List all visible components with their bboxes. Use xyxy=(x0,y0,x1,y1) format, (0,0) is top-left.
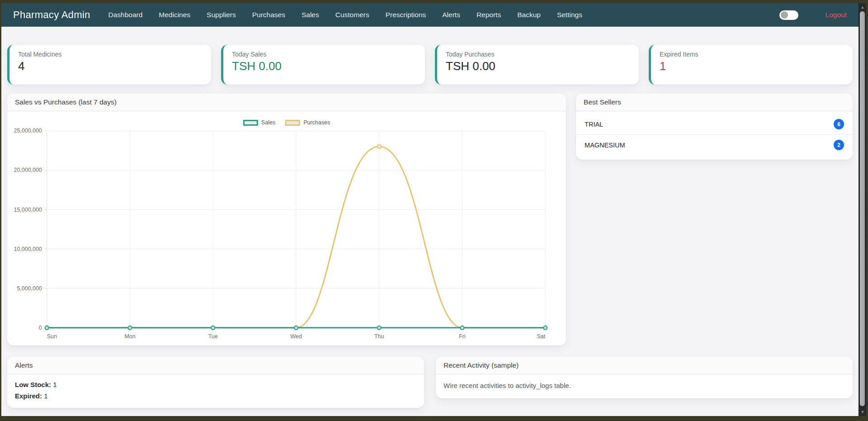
scroll-down-arrow-icon[interactable]: ▼ xyxy=(859,408,866,416)
svg-text:15,000,000: 15,000,000 xyxy=(14,206,42,213)
alerts-card: Alerts Low Stock: 1Expired: 1 xyxy=(7,357,424,408)
alerts-title: Alerts xyxy=(7,357,424,374)
recent-activity-title: Recent Activity (sample) xyxy=(436,357,853,374)
svg-text:Wed: Wed xyxy=(290,332,302,339)
chart-card-title: Sales vs Purchases (last 7 days) xyxy=(7,94,566,111)
nav-items: DashboardMedicinesSuppliersPurchasesSale… xyxy=(108,11,582,19)
best-seller-row: TRIAL6 xyxy=(576,114,852,134)
stat-label: Total Medicines xyxy=(18,51,203,58)
scrollbar-thumb[interactable] xyxy=(860,11,865,406)
chart-body: SalesPurchases 05,000,00010,000,00015,00… xyxy=(7,111,566,345)
legend-item-sales[interactable]: Sales xyxy=(243,119,275,126)
stats-row: Total Medicines4Today SalesTSH 0.00Today… xyxy=(7,45,853,85)
navbar-right: Logout xyxy=(779,10,847,20)
svg-text:Sun: Sun xyxy=(47,332,57,339)
window-frame: Pharmacy Admin DashboardMedicinesSupplie… xyxy=(1,3,866,416)
navbar: Pharmacy Admin DashboardMedicinesSupplie… xyxy=(1,3,859,27)
nav-item-prescriptions[interactable]: Prescriptions xyxy=(386,11,426,19)
stat-value: 4 xyxy=(18,59,203,73)
stat-card-today-sales: Today SalesTSH 0.00 xyxy=(221,45,425,85)
nav-item-purchases[interactable]: Purchases xyxy=(252,11,285,19)
svg-text:0: 0 xyxy=(39,324,42,331)
best-seller-count-badge: 6 xyxy=(834,119,844,129)
svg-text:5,000,000: 5,000,000 xyxy=(17,285,42,292)
stat-card-today-purchases: Today PurchasesTSH 0.00 xyxy=(435,45,639,85)
chart-legend: SalesPurchases xyxy=(243,119,330,126)
svg-text:25,000,000: 25,000,000 xyxy=(14,127,42,134)
bottom-row: Alerts Low Stock: 1Expired: 1 Recent Act… xyxy=(7,357,853,408)
nav-item-suppliers[interactable]: Suppliers xyxy=(207,11,236,19)
app-root: Pharmacy Admin DashboardMedicinesSupplie… xyxy=(1,3,859,416)
brand[interactable]: Pharmacy Admin xyxy=(13,9,90,21)
legend-label: Sales xyxy=(261,119,275,126)
nav-item-medicines[interactable]: Medicines xyxy=(159,11,190,19)
nav-item-dashboard[interactable]: Dashboard xyxy=(108,11,143,19)
stat-card-expired-items: Expired Items1 xyxy=(649,45,853,85)
best-sellers-card: Best Sellers TRIAL6MAGNESIUM2 xyxy=(576,94,853,160)
vertical-scrollbar[interactable]: ▲ ▼ xyxy=(859,3,866,416)
svg-text:Thu: Thu xyxy=(374,332,384,339)
nav-item-backup[interactable]: Backup xyxy=(517,11,541,19)
best-seller-count-badge: 2 xyxy=(834,140,844,150)
logout-link[interactable]: Logout xyxy=(826,11,847,19)
best-seller-row: MAGNESIUM2 xyxy=(576,134,852,155)
alert-line: Low Stock: 1 xyxy=(15,381,416,388)
alert-line: Expired: 1 xyxy=(15,392,416,400)
stat-label: Today Sales xyxy=(232,51,416,58)
stat-label: Today Purchases xyxy=(446,51,630,58)
stat-value: TSH 0.00 xyxy=(446,59,630,73)
recent-activity-text: Wire recent activities to activity_logs … xyxy=(436,374,853,398)
scroll-up-arrow-icon[interactable]: ▲ xyxy=(859,4,866,11)
nav-item-settings[interactable]: Settings xyxy=(557,11,582,19)
stat-value: TSH 0.00 xyxy=(232,59,416,73)
nav-item-alerts[interactable]: Alerts xyxy=(442,11,460,19)
legend-item-purchases[interactable]: Purchases xyxy=(285,119,330,126)
svg-text:10,000,000: 10,000,000 xyxy=(14,245,42,252)
middle-row: Sales vs Purchases (last 7 days) SalesPu… xyxy=(7,94,853,345)
stat-value: 1 xyxy=(660,59,844,73)
sales-vs-purchases-card: Sales vs Purchases (last 7 days) SalesPu… xyxy=(7,94,566,345)
svg-text:Sat: Sat xyxy=(537,332,545,339)
line-chart[interactable]: 05,000,00010,000,00015,000,00020,000,000… xyxy=(14,116,560,343)
best-seller-name: MAGNESIUM xyxy=(585,142,625,149)
nav-item-customers[interactable]: Customers xyxy=(335,11,369,19)
recent-activity-card: Recent Activity (sample) Wire recent act… xyxy=(436,357,853,398)
best-sellers-title: Best Sellers xyxy=(576,94,853,111)
stat-label: Expired Items xyxy=(660,51,844,58)
best-seller-name: TRIAL xyxy=(585,121,603,128)
theme-toggle[interactable] xyxy=(779,10,798,20)
legend-swatch xyxy=(243,120,258,126)
stat-card-total-medicines: Total Medicines4 xyxy=(7,45,211,85)
main-content: Total Medicines4Today SalesTSH 0.00Today… xyxy=(1,27,859,416)
legend-label: Purchases xyxy=(303,119,330,126)
best-sellers-list: TRIAL6MAGNESIUM2 xyxy=(576,111,853,160)
svg-text:Mon: Mon xyxy=(124,332,135,339)
nav-item-sales[interactable]: Sales xyxy=(302,11,319,19)
svg-text:Fri: Fri xyxy=(459,332,466,339)
theme-toggle-knob xyxy=(781,11,788,19)
nav-item-reports[interactable]: Reports xyxy=(476,11,501,19)
alerts-list: Low Stock: 1Expired: 1 xyxy=(7,374,424,408)
svg-text:20,000,000: 20,000,000 xyxy=(14,166,42,173)
legend-swatch xyxy=(285,120,300,126)
svg-text:Tue: Tue xyxy=(208,332,218,339)
